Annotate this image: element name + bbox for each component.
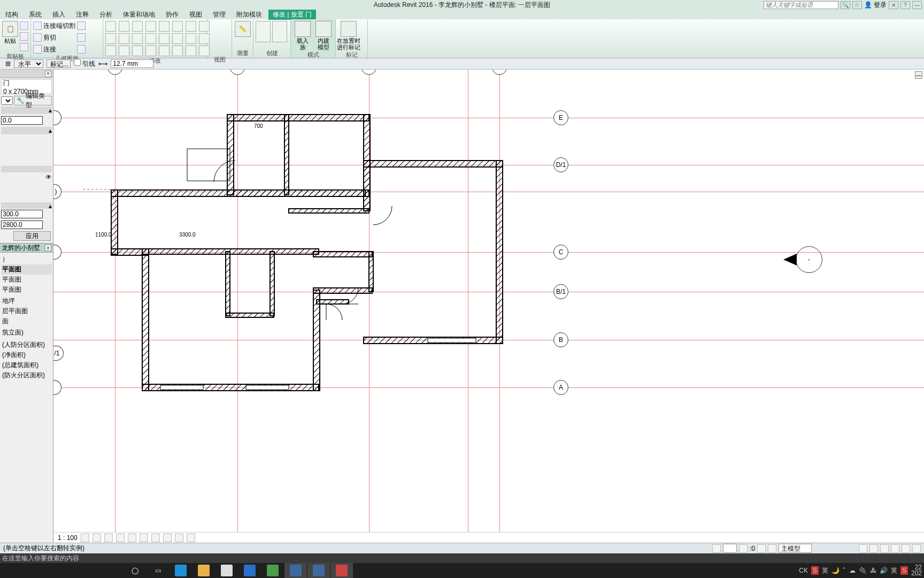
offset-input[interactable] (111, 59, 153, 68)
pin-icon[interactable] (132, 33, 143, 44)
login-label[interactable]: 👤 登录 (864, 1, 887, 10)
geo3[interactable] (77, 44, 86, 54)
geo2[interactable] (77, 33, 86, 42)
infocenter-icon[interactable]: 🔍 (841, 1, 850, 9)
onedrive-icon[interactable]: ☁ (849, 567, 856, 574)
minimize-icon[interactable]: — (912, 1, 922, 9)
workset-icon[interactable] (712, 544, 721, 553)
tab-structure[interactable]: 结构 (1, 10, 22, 20)
lock-icon[interactable] (151, 534, 160, 542)
level-input[interactable] (1, 116, 43, 125)
sb3-icon[interactable] (880, 544, 889, 553)
constrain-select[interactable] (1, 96, 13, 105)
create1-icon[interactable] (256, 21, 271, 42)
prop-b-input[interactable] (1, 220, 43, 229)
align-icon[interactable] (105, 33, 116, 44)
drawing-canvas[interactable]: — E D/1 C B/1 B A ) /1 (53, 70, 924, 543)
north-arrow[interactable]: - (796, 246, 822, 273)
sb6-icon[interactable] (912, 544, 921, 553)
inplace-model-button[interactable]: 内建 模型 (314, 21, 333, 50)
apply-button[interactable]: 应用 (13, 231, 51, 241)
net-icon[interactable]: 🖧 (870, 567, 876, 574)
exchange-icon[interactable]: ✕ (889, 1, 898, 9)
tray-up-icon[interactable]: ˄ (843, 567, 846, 574)
reveal-icon[interactable] (175, 534, 183, 542)
orientation-select[interactable]: 水平 (14, 59, 43, 68)
sogou-icon[interactable]: S (811, 566, 819, 575)
sb5-icon[interactable] (902, 544, 910, 553)
mail-app[interactable] (238, 563, 261, 578)
sogou2-icon[interactable]: S (900, 566, 908, 575)
tab-massing[interactable]: 体量和场地 (119, 10, 159, 20)
move-icon[interactable] (105, 21, 116, 32)
crop-region-icon[interactable] (140, 534, 148, 542)
tab-systems[interactable]: 系统 (25, 10, 46, 20)
close-properties-icon[interactable]: × (45, 71, 51, 77)
array-icon[interactable] (186, 21, 196, 32)
m2-icon[interactable] (186, 33, 196, 44)
tag-btn[interactable]: 标记... (47, 59, 71, 68)
leader-check[interactable]: 引线 (74, 59, 95, 69)
editreq-icon[interactable] (739, 544, 748, 553)
shadows-icon[interactable] (116, 534, 125, 542)
revit-app[interactable] (307, 563, 330, 578)
scale-label[interactable]: 1 : 100 (58, 534, 78, 542)
crop-icon[interactable] (128, 534, 136, 542)
temp-hide-icon[interactable] (163, 534, 172, 542)
create2-icon[interactable] (272, 21, 287, 42)
tab-collab[interactable]: 协作 (161, 10, 183, 20)
offset-icon[interactable] (119, 33, 129, 44)
wt-icon[interactable] (187, 534, 195, 542)
ime-ck[interactable]: CK (799, 567, 808, 574)
design-option-select[interactable]: 主模型 (779, 544, 812, 553)
detail-level-icon[interactable] (81, 534, 89, 542)
tab-analyze[interactable]: 分析 (95, 10, 117, 20)
load-family-button[interactable]: 载入 族 (293, 21, 312, 50)
cope-button[interactable]: 连接端切割 (33, 21, 75, 31)
ime2-lang[interactable]: 英 (891, 566, 897, 575)
close-browser-icon[interactable]: × (45, 245, 51, 251)
geo1[interactable] (77, 21, 86, 31)
workset-select[interactable] (723, 544, 737, 553)
tab-manage[interactable]: 管理 (209, 10, 230, 20)
dim-1100[interactable]: 1100.0 (95, 232, 112, 238)
dim-3300[interactable]: 3300.0 (179, 232, 196, 238)
camtasia-app[interactable] (261, 563, 284, 578)
start-button[interactable]: ◯ (124, 563, 146, 578)
edit-type-button[interactable]: 🔧编辑类型 (14, 96, 52, 105)
help-search-input[interactable] (764, 1, 838, 9)
cut-button[interactable] (20, 21, 28, 31)
measure-button[interactable]: 📏 (234, 21, 251, 37)
comm-icon[interactable]: ☆ (852, 1, 862, 9)
sb1-icon[interactable] (859, 544, 867, 553)
tag-on-place-button[interactable]: 在放置时 进行标记 (338, 21, 359, 50)
taskview-button[interactable]: ▭ (147, 563, 169, 578)
tab-modify-place-door[interactable]: 修改 | 放置 门 (268, 10, 316, 20)
moon-icon[interactable]: 🌙 (831, 567, 840, 574)
copy-icon2[interactable] (119, 21, 129, 32)
vol-icon[interactable]: 🔊 (880, 567, 888, 574)
help-icon[interactable]: ? (900, 1, 910, 9)
match-button[interactable] (20, 42, 28, 52)
explorer-app[interactable] (192, 563, 215, 578)
project-browser[interactable]: ） 平面图 平面图 平面图 地坪 层平面图 面 筑立面) (人防分区面积) (净… (0, 253, 53, 543)
design-opts-icon[interactable] (768, 544, 776, 553)
dim-700[interactable]: 700 (254, 123, 263, 129)
split-icon[interactable] (172, 21, 183, 32)
tab-insert[interactable]: 插入 (48, 10, 70, 20)
rotate-icon[interactable] (132, 21, 143, 32)
view-icon[interactable] (210, 21, 220, 32)
store-app[interactable] (215, 563, 238, 578)
mirror-icon[interactable] (159, 21, 170, 32)
usb-icon[interactable]: 🔌 (859, 567, 867, 574)
start-search[interactable] (0, 563, 123, 578)
geom-cut-button[interactable]: 剪切 (33, 33, 75, 42)
sb4-icon[interactable] (891, 544, 899, 553)
prop-a-input[interactable] (1, 210, 43, 218)
windows-search[interactable]: 在这里输入你要搜索的内容 (0, 553, 924, 563)
filter-icon[interactable] (757, 544, 766, 553)
sunpath-icon[interactable] (104, 534, 113, 542)
tab-view[interactable]: 视图 (185, 10, 206, 20)
ime-lang[interactable]: 英 (822, 566, 828, 575)
edge-app[interactable] (170, 563, 192, 578)
